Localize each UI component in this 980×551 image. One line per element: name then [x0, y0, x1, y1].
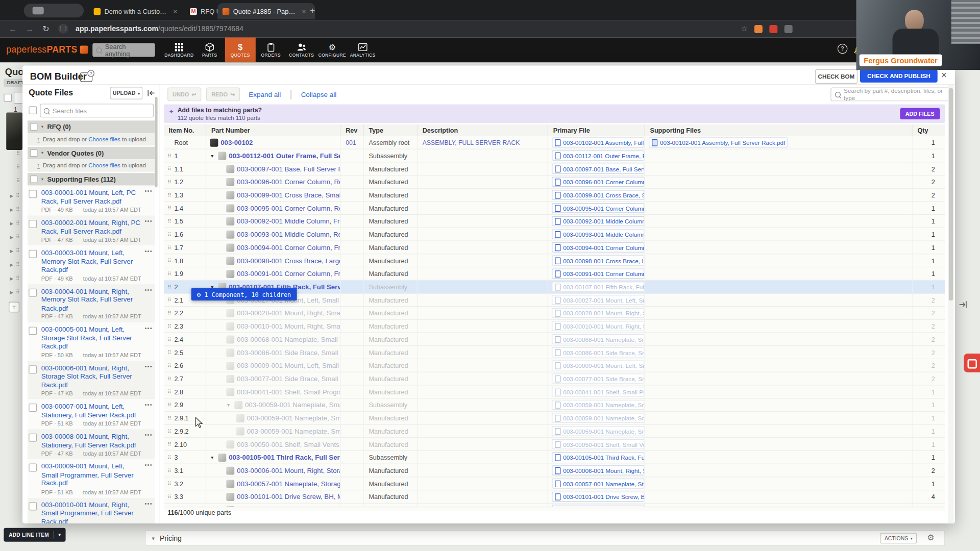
bom-table-row[interactable]: ⠿2.10 ▼ 003-00050-001 Shelf, Small Vents…	[164, 438, 945, 451]
bom-table-row[interactable]: ⠿3.3 ▼ 003-00101-001 Drive Screw, BH, M6…	[164, 490, 945, 504]
part-number-link[interactable]: 003-00112-001 Outer Frame, Full Server F	[229, 152, 340, 160]
assembly-row-stub[interactable]: ▶⠿	[10, 192, 20, 198]
col-type[interactable]: Type	[364, 124, 418, 136]
col-rev[interactable]: Rev	[340, 124, 363, 136]
primary-file-chip[interactable]: 003-00059-001 Nameplate, Small...	[552, 413, 644, 423]
col-part-number[interactable]: Part Number	[206, 124, 340, 136]
file-list-item[interactable]: 003-00003-001 Mount, Left, Memory Slot R…	[28, 245, 155, 284]
type-value[interactable]: Manufactured	[364, 254, 418, 266]
nav-item-parts[interactable]: PARTS	[194, 37, 225, 62]
part-number-link[interactable]: 003-00094-001 Corner Column, Front	[237, 244, 340, 252]
file-checkbox[interactable]	[29, 190, 37, 198]
qty-value[interactable]: 1	[913, 228, 945, 240]
bom-table-row[interactable]: ⠿2.2 ▼ 003-00028-001 Mount, Right, Small…	[164, 307, 945, 320]
qty-value[interactable]: 1	[913, 451, 945, 463]
type-value[interactable]: Manufactured	[364, 346, 418, 358]
file-name-link[interactable]: 003-00003-001 Mount, Left, Memory Slot R…	[41, 248, 141, 274]
part-number-link[interactable]: 003-00059-001 Nameplate, Small F	[247, 414, 341, 422]
bom-table-row[interactable]: ⠿1.7 ▼ 003-00094-001 Corner Column, Fron…	[164, 241, 945, 255]
file-list-item[interactable]: 003-00002-001 Mount, Right, PC Rack, Ful…	[28, 215, 155, 245]
add-files-button[interactable]: ADD FILES	[900, 108, 940, 119]
bom-table-row[interactable]: ⠿2.3 ▼ 003-00010-001 Mount, Right, Small…	[164, 320, 945, 333]
col-description[interactable]: Description	[418, 124, 548, 136]
primary-file-chip[interactable]: 003-00057-001 Nameplate, Stora...	[552, 479, 644, 489]
primary-file-chip[interactable]: 003-00059-001 Nameplate, Small...	[552, 400, 644, 410]
table-scrollbar-thumb[interactable]	[949, 88, 953, 300]
part-number-link[interactable]: 003-00068-001 Nameplate, Small Ven	[237, 336, 340, 343]
drag-handle-icon[interactable]: ⠿	[167, 218, 171, 224]
part-number-link[interactable]: 003-00059-001 Nameplate, Small Pro	[245, 401, 340, 409]
type-value[interactable]: Manufactured	[364, 438, 418, 450]
file-name-link[interactable]: 003-00006-001 Mount, Right, Storage Slot…	[41, 364, 141, 389]
type-value[interactable]: Manufactured	[364, 425, 418, 437]
drag-handle-icon[interactable]: ⠿	[167, 232, 171, 237]
check-and-publish-button[interactable]: CHECK AND PUBLISH	[860, 69, 938, 83]
qty-value[interactable]: 4	[913, 490, 945, 503]
type-value[interactable]: Manufactured	[364, 189, 418, 201]
bom-table-row[interactable]: ⠿3 ▼ 003-00105-001 Third Rack, Full Serv…	[164, 451, 945, 464]
part-number-link[interactable]: 003-00105-001 Third Rack, Full Server R	[229, 454, 340, 461]
bom-table-row[interactable]: ⠿1.4 ▼ 003-00095-001 Corner Column, Rear…	[164, 202, 945, 215]
part-number-link[interactable]: 003-00101-001 Drive Screw, BH, M6x1,	[237, 493, 340, 500]
qty-value[interactable]: 2	[913, 320, 945, 332]
primary-file-chip[interactable]: 003-00092-001 Middle Column, Fr...	[552, 216, 644, 227]
drag-handle-icon[interactable]: ⠿	[167, 468, 171, 473]
type-value[interactable]: Manufactured	[364, 267, 418, 280]
rfq-dropzone[interactable]: ↑ Drag and drop or Choose files to uploa…	[28, 133, 155, 145]
primary-file-chip[interactable]: 003-00068-001 Nameplate, Small...	[552, 334, 644, 344]
bom-table-row[interactable]: ⠿2.5 ▼ 003-00086-001 Side Brace, Small V…	[164, 346, 945, 359]
drag-handle-icon[interactable]: ⠿	[167, 258, 171, 263]
chevron-expand-icon[interactable]: ▼	[210, 154, 215, 158]
part-number-link[interactable]: 003-00098-001 Cross Brace, Large, Fu	[237, 257, 340, 264]
bom-table-row[interactable]: ⠿1.5 ▼ 003-00092-001 Middle Column, Fron…	[164, 215, 945, 228]
part-number-link[interactable]: 003-00059-001 Nameplate, Small F	[247, 428, 341, 435]
part-number-link[interactable]: 003-00057-001 Nameplate, Storage S	[237, 480, 340, 487]
bom-table-row[interactable]: ⠿2.4 ▼ 003-00068-001 Nameplate, Small Ve…	[164, 333, 945, 346]
part-number-link[interactable]: 003-00050-001 Shelf, Small Vents, Ful	[237, 440, 340, 448]
drag-handle-icon[interactable]: ⠿	[167, 179, 171, 185]
undo-button[interactable]: UNDO↩	[167, 87, 201, 101]
chevron-expand-icon[interactable]: ▼	[226, 403, 232, 407]
redo-button[interactable]: REDO↪	[206, 87, 240, 101]
nav-item-orders[interactable]: ORDERS	[256, 37, 286, 62]
close-icon[interactable]: ×	[941, 69, 947, 80]
bookmark-icon[interactable]: ☆	[741, 24, 747, 33]
file-list-item[interactable]: 003-00009-001 Mount, Left, Small Program…	[28, 459, 155, 497]
drag-handle-icon[interactable]: ⠿	[167, 323, 171, 329]
file-name-link[interactable]: 003-00007-001 Mount, Left, Stationery, F…	[41, 403, 141, 419]
drag-handle-icon[interactable]: ⠿	[16, 150, 20, 156]
part-number-link[interactable]: 003-00009-001 Mount, Left, Small Pro	[237, 362, 340, 369]
type-value[interactable]: Assembly root	[364, 136, 418, 148]
primary-file-chip[interactable]: 003-00006-001 Mount, Right, Stor...	[552, 465, 644, 475]
primary-file-chip[interactable]: 003-00077-001 Side Brace, Small...	[552, 373, 644, 384]
vendor-quotes-section-header[interactable]: ▾ Vendor Quotes (0)	[28, 147, 155, 159]
type-value[interactable]: Manufactured	[364, 228, 418, 240]
bom-table-row[interactable]: ⠿3.2 ▼ 003-00057-001 Nameplate, Storage …	[164, 478, 945, 491]
qty-value[interactable]: 2	[913, 162, 945, 174]
part-number-link[interactable]: 003-00086-001 Side Brace, Small Ven	[237, 348, 340, 356]
qty-value[interactable]: 1	[913, 398, 945, 411]
primary-file-chip[interactable]: 003-00093-001 Middle Column, R...	[552, 229, 644, 239]
drag-handle-icon[interactable]: ⠿	[167, 271, 171, 277]
primary-file-chip[interactable]: 003-00107-001 Fifth Rack, Full Se...	[552, 282, 644, 292]
select-all-checkbox[interactable]	[4, 94, 12, 102]
rfq-section-header[interactable]: ▾ RFQ (0)	[28, 120, 155, 133]
file-search-input[interactable]: Search files	[40, 104, 154, 117]
extension-icon-orange[interactable]	[754, 24, 763, 33]
drag-handle-icon[interactable]: ⠿	[167, 297, 171, 303]
primary-file-chip[interactable]: 003-00112-001 Outer Frame, Full S...	[552, 151, 644, 161]
drag-handle-icon[interactable]: ⠿	[167, 402, 171, 408]
bom-table-row[interactable]: ⠿1.9 ▼ 003-00091-001 Corner Column, Fron…	[164, 267, 945, 281]
file-checkbox[interactable]	[29, 404, 37, 412]
primary-file-chip[interactable]: 003-00091-001 Corner Column, Fr...	[552, 269, 644, 279]
type-value[interactable]: Manufactured	[364, 372, 418, 385]
qty-value[interactable]: 1	[913, 215, 945, 227]
supporting-file-chip[interactable]: 003-00102-001 Assembly, Full Server Rack…	[649, 137, 788, 147]
part-number-link[interactable]: 003-00092-001 Middle Column, Front,	[237, 217, 340, 225]
part-number-link[interactable]: 003-00102	[220, 139, 253, 146]
primary-file-chip[interactable]: 003-00050-001 Shelf, Small Vents...	[552, 439, 644, 449]
drag-handle-icon[interactable]: ⠿	[167, 376, 171, 382]
file-name-link[interactable]: 003-00005-001 Mount, Left, Storage Slot …	[41, 325, 141, 351]
drag-handle-icon[interactable]: ⠿	[167, 455, 171, 460]
add-line-item-button[interactable]: ADD LINE ITEM▾	[4, 528, 66, 542]
